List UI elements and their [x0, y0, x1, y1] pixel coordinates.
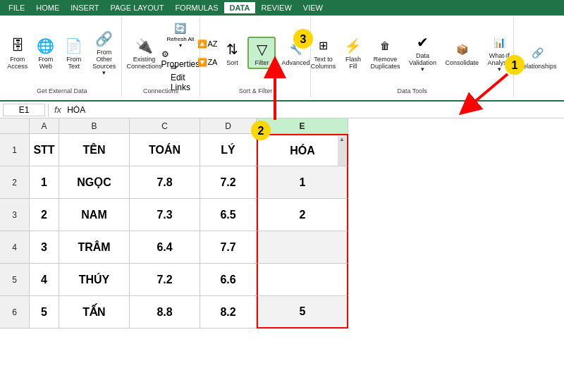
cell-e6[interactable]: 5 — [257, 296, 348, 329]
advanced-filter-button[interactable]: 🔧 Advanced — [278, 38, 312, 68]
from-other-icon: 🔗 — [94, 29, 114, 49]
sort-az-button[interactable]: 🔼AZ — [198, 35, 216, 52]
relationships-icons: 🔗 Relationships — [515, 20, 559, 93]
cell-e3[interactable]: 2 — [257, 199, 348, 231]
tab-page-layout[interactable]: PAGE LAYOUT — [104, 2, 169, 13]
cell-c1[interactable]: TOÁN — [130, 134, 200, 166]
cell-c3[interactable]: 7.3 — [130, 199, 200, 231]
from-text-button[interactable]: 📄 FromText — [61, 35, 87, 72]
row-header-5: 5 — [0, 264, 30, 296]
cell-c5[interactable]: 7.2 — [130, 264, 200, 296]
table-row: 6 5 TẤN 8.8 8.2 5 — [0, 296, 564, 329]
cell-e4[interactable] — [257, 231, 348, 264]
cell-a4[interactable]: 3 — [30, 231, 59, 264]
filter-icon: ▽ — [252, 39, 271, 59]
sort-za-icon: 🔽ZA — [200, 54, 215, 70]
cell-a3[interactable]: 2 — [30, 199, 59, 231]
spreadsheet: A B C D E 1 STT TÊN TOÁN LÝ HÓA ▲ 2 1 NG… — [0, 118, 564, 329]
cell-b6[interactable]: TẤN — [59, 296, 130, 329]
cell-b4[interactable]: TRÂM — [59, 231, 130, 264]
edit-links-button[interactable]: ✏ Edit Links — [166, 69, 196, 86]
toolbar: 🗄 FromAccess 🌐 FromWeb 📄 FromText 🔗 From… — [0, 16, 564, 102]
cell-c2[interactable]: 7.8 — [130, 166, 200, 199]
existing-connections-label: ExistingConnections — [127, 56, 162, 71]
relationships-icon: 🔗 — [527, 43, 547, 63]
tab-insert[interactable]: INSERT — [65, 2, 104, 13]
cell-e5[interactable] — [257, 264, 348, 296]
header-spacer — [0, 118, 30, 134]
text-to-columns-label: Text toColumns — [311, 56, 336, 71]
advanced-filter-icon: 🔧 — [286, 39, 305, 59]
cell-a1[interactable]: STT — [30, 134, 59, 166]
remove-duplicates-button[interactable]: 🗑 RemoveDuplicates — [369, 35, 402, 72]
edit-links-icon: ✏ Edit Links — [173, 70, 188, 85]
col-header-a: A — [30, 118, 59, 134]
cell-d6[interactable]: 8.2 — [200, 296, 257, 329]
tab-view[interactable]: VIEW — [298, 2, 329, 13]
cell-d5[interactable]: 6.6 — [200, 264, 257, 296]
from-access-button[interactable]: 🗄 FromAccess — [5, 35, 30, 72]
consolidate-label: Consolidate — [445, 60, 479, 67]
formula-input[interactable] — [67, 105, 561, 115]
relationships-button[interactable]: 🔗 Relationships — [515, 42, 559, 72]
from-other-button[interactable]: 🔗 From OtherSources ▾ — [90, 27, 119, 79]
external-data-label: Get External Data — [37, 87, 87, 94]
cell-d1[interactable]: LÝ — [200, 134, 257, 166]
cell-a5[interactable]: 4 — [30, 264, 59, 296]
tab-formulas[interactable]: FORMULAS — [169, 2, 223, 13]
group-get-external-data: 🗄 FromAccess 🌐 FromWeb 📄 FromText 🔗 From… — [3, 17, 122, 97]
col-header-c: C — [130, 118, 200, 134]
cell-a6[interactable]: 5 — [30, 296, 59, 329]
cell-e1[interactable]: HÓA ▲ — [257, 134, 348, 166]
cell-b2[interactable]: NGỌC — [59, 166, 130, 199]
from-text-icon: 📄 — [64, 36, 84, 56]
from-access-label: FromAccess — [7, 56, 27, 71]
tab-data[interactable]: DATA — [224, 2, 256, 13]
tab-review[interactable]: REVIEW — [255, 2, 297, 13]
row-header-1: 1 — [0, 134, 30, 166]
from-web-button[interactable]: 🌐 FromWeb — [33, 35, 59, 72]
cell-b5[interactable]: THÚY — [59, 264, 130, 296]
from-text-label: FromText — [66, 56, 81, 71]
refresh-all-button[interactable]: 🔄 Refresh All ▾ — [166, 20, 196, 49]
sort-button[interactable]: ⇅ Sort — [219, 38, 245, 68]
consolidate-button[interactable]: 📦 Consolidate — [443, 38, 480, 68]
flash-fill-button[interactable]: ⚡ FlashFill — [341, 35, 366, 72]
col-header-e: E — [257, 118, 348, 134]
cell-c6[interactable]: 8.8 — [130, 296, 200, 329]
from-other-label: From OtherSources ▾ — [92, 49, 116, 78]
data-validation-button[interactable]: ✔ DataValidation ▾ — [405, 31, 441, 75]
tab-file[interactable]: FILE — [3, 2, 30, 13]
col-header-b: B — [59, 118, 130, 134]
col-header-d: D — [200, 118, 257, 134]
what-if-label: What-IfAnalysis ▾ — [486, 53, 513, 74]
table-row: 3 2 NAM 7.3 6.5 2 — [0, 199, 564, 231]
filter-button[interactable]: ▽ Filter — [247, 37, 276, 70]
filter-label: Filter — [255, 60, 269, 67]
connections-label: Connections — [143, 87, 178, 94]
row-header-2: 2 — [0, 166, 30, 199]
cell-b3[interactable]: NAM — [59, 199, 130, 231]
cell-c4[interactable]: 6.4 — [130, 231, 200, 264]
flash-fill-label: FlashFill — [345, 56, 361, 71]
sort-za-button[interactable]: 🔽ZA — [198, 54, 216, 71]
refresh-all-icon: 🔄 — [173, 20, 188, 36]
connections-icons: 🔌 ExistingConnections 🔄 Refresh All ▾ ⚙ … — [126, 20, 196, 86]
cell-d4[interactable]: 7.7 — [200, 231, 257, 264]
from-web-label: FromWeb — [38, 56, 53, 71]
cell-e2[interactable]: 1 — [257, 166, 348, 199]
what-if-button[interactable]: 📊 What-IfAnalysis ▾ — [483, 31, 515, 75]
existing-connections-button[interactable]: 🔌 ExistingConnections — [126, 35, 163, 72]
cell-d2[interactable]: 7.2 — [200, 166, 257, 199]
tab-home[interactable]: HOME — [30, 2, 65, 13]
cell-d3[interactable]: 6.5 — [200, 199, 257, 231]
cell-b1[interactable]: TÊN — [59, 134, 130, 166]
column-headers: A B C D E — [0, 118, 564, 134]
formula-divider — [48, 104, 49, 116]
sort-az-icon: 🔼AZ — [200, 36, 215, 51]
cell-reference-input[interactable] — [3, 104, 45, 116]
cell-a2[interactable]: 1 — [30, 166, 59, 199]
group-sort-filter: 🔼AZ 🔽ZA ⇅ Sort ▽ Filter 🔧 Advanced — [200, 17, 311, 97]
scrollbar-e1: ▲ — [338, 136, 346, 166]
text-to-columns-button[interactable]: ⊞ Text toColumns — [309, 35, 338, 72]
